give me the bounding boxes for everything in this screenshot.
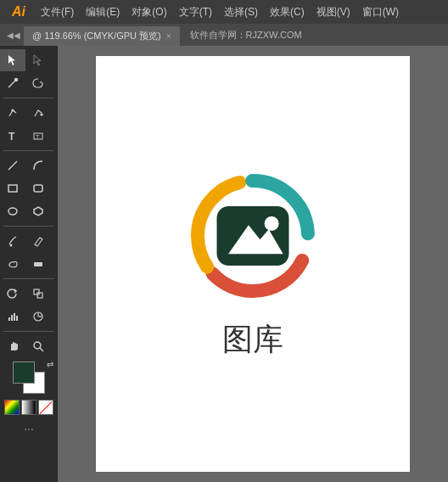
svg-rect-17 (37, 293, 42, 298)
separator-1 (3, 98, 54, 98)
svg-point-14 (10, 244, 13, 247)
svg-rect-10 (8, 185, 17, 192)
svg-rect-11 (34, 185, 42, 192)
menu-file[interactable]: 文件(F) (36, 3, 79, 21)
arc-tool[interactable] (25, 154, 51, 177)
svg-point-3 (12, 109, 14, 111)
gradient-button[interactable] (21, 400, 36, 415)
menu-window[interactable]: 窗口(W) (357, 3, 404, 21)
tab-zoom-info: @ 119.66% (CMYK/GPU 预览) (32, 30, 161, 42)
svg-rect-19 (11, 315, 13, 321)
svg-line-0 (8, 81, 15, 87)
scale-tool[interactable] (25, 283, 51, 305)
brush-tool[interactable] (0, 230, 25, 252)
tab-bar: ◀◀ @ 119.66% (CMYK/GPU 预览) × 软件自学网：RJZXW… (0, 24, 448, 46)
menu-edit[interactable]: 编辑(E) (81, 3, 125, 21)
solid-color-button[interactable] (4, 400, 20, 415)
rotate-row (0, 283, 58, 305)
wand-lasso-row (0, 72, 58, 94)
tab-close-button[interactable]: × (166, 31, 171, 41)
svg-text:T: T (8, 131, 15, 142)
eraser-tool[interactable] (25, 253, 51, 275)
separator-3 (3, 226, 54, 227)
magic-wand-tool[interactable] (0, 72, 25, 94)
blob-brush-tool[interactable] (0, 253, 25, 275)
svg-text:T: T (36, 134, 40, 140)
ellipse-tool-row (0, 200, 58, 222)
swatch-stack: ⇄ (13, 362, 45, 394)
pen-tool-row (0, 102, 58, 124)
svg-rect-16 (34, 289, 39, 294)
svg-rect-20 (14, 313, 15, 321)
rect-tool[interactable] (0, 177, 25, 199)
canvas-area: 图库 (58, 46, 448, 482)
add-anchor-tool[interactable] (25, 102, 51, 124)
logo-text: 图库 (222, 319, 283, 361)
separator-4 (3, 278, 54, 279)
foreground-color-swatch[interactable] (13, 362, 35, 384)
menu-object[interactable]: 对象(O) (126, 3, 171, 21)
rounded-rect-tool[interactable] (25, 177, 51, 199)
document-tab[interactable]: @ 119.66% (CMYK/GPU 预览) × (24, 26, 180, 46)
svg-line-26 (40, 348, 43, 351)
separator-2 (3, 150, 54, 151)
select-tool[interactable] (0, 49, 25, 71)
area-type-tool[interactable]: T (25, 125, 51, 147)
svg-point-2 (15, 79, 18, 81)
eraser-row (0, 253, 58, 275)
title-bar: Ai 文件(F) 编辑(E) 对象(O) 文字(T) 选择(S) 效果(C) 视… (0, 0, 448, 24)
ellipse-tool[interactable] (0, 200, 25, 222)
svg-point-12 (8, 208, 17, 215)
direct-select-tool[interactable] (25, 49, 51, 71)
svg-point-25 (34, 342, 41, 349)
graph-pie-tool[interactable] (25, 305, 51, 328)
logo-container: 图库 (185, 168, 321, 361)
collapse-button[interactable]: ◀◀ (3, 31, 24, 40)
swap-colors-button[interactable]: ⇄ (47, 360, 53, 369)
hand-tool[interactable] (0, 335, 25, 357)
svg-rect-15 (34, 262, 42, 266)
site-info: 软件自学网：RJZXW.COM (180, 29, 312, 42)
brush-tool-row (0, 230, 58, 252)
canvas: 图库 (96, 56, 410, 472)
main-area: T T (0, 46, 448, 482)
rotate-tool[interactable] (0, 283, 25, 305)
menu-effect[interactable]: 效果(C) (265, 3, 310, 21)
menu-view[interactable]: 视图(V) (311, 3, 356, 21)
inner-icon (217, 206, 289, 266)
graph-row (0, 305, 58, 328)
select-tool-row (0, 49, 58, 71)
toolbar: T T (0, 46, 58, 482)
separator-5 (3, 331, 54, 332)
none-color-button[interactable] (38, 400, 53, 415)
menu-bar: 文件(F) 编辑(E) 对象(O) 文字(T) 选择(S) 效果(C) 视图(V… (36, 3, 404, 21)
lasso-tool[interactable] (25, 72, 51, 94)
svg-rect-21 (16, 316, 18, 321)
polygon-tool[interactable] (25, 200, 51, 222)
color-modes (4, 400, 53, 415)
menu-text[interactable]: 文字(T) (174, 3, 217, 21)
svg-line-9 (8, 161, 17, 170)
svg-marker-13 (34, 207, 42, 216)
graph-bar-tool[interactable] (0, 305, 25, 328)
svg-point-31 (265, 216, 279, 231)
line-tool[interactable] (0, 154, 25, 177)
pencil-tool[interactable] (25, 230, 51, 252)
svg-rect-18 (8, 317, 10, 321)
color-area: ⇄ (0, 358, 58, 397)
more-tools-button[interactable]: ... (20, 416, 37, 436)
rect-tool-row (0, 177, 58, 199)
type-tool-row: T T (0, 125, 58, 147)
zoom-tool[interactable] (25, 335, 51, 357)
type-tool[interactable]: T (0, 125, 25, 147)
ai-logo: Ai (7, 4, 31, 20)
nav-tool-row (0, 335, 58, 357)
mountain-svg (217, 168, 289, 304)
ring-graphic (185, 168, 321, 304)
menu-select[interactable]: 选择(S) (219, 3, 263, 21)
pen-tool[interactable] (0, 102, 25, 124)
line-tool-row (0, 154, 58, 177)
